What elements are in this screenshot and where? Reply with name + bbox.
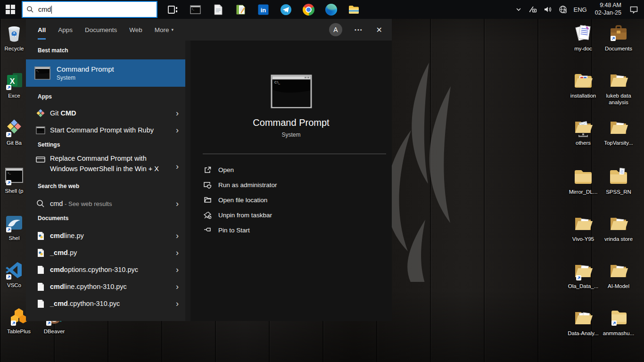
action-center-button[interactable] — [626, 0, 644, 19]
taskbar-search-input[interactable]: cmd — [22, 1, 157, 18]
desktop-icon-excel[interactable]: X Exce — [0, 70, 28, 99]
folder-with-document-icon — [608, 166, 629, 188]
action-unpin-from-taskbar[interactable]: Unpin from taskbar — [203, 207, 382, 222]
chevron-right-icon[interactable]: › — [176, 231, 179, 240]
close-icon[interactable]: ✕ — [376, 25, 382, 34]
tray-network-button[interactable] — [555, 0, 570, 19]
result-cmdline-pyc[interactable]: cmdline.cpython-310.pyc › — [26, 278, 185, 295]
folder-shared-icon — [572, 117, 594, 139]
tab-all[interactable]: All — [38, 19, 46, 41]
taskbar-cmd-button[interactable]: >_ — [184, 0, 206, 19]
section-header-documents: Documents — [38, 215, 68, 222]
windows-logo-icon — [6, 5, 15, 14]
result-cmd-with-ruby[interactable]: Start Command Prompt with Ruby › — [26, 122, 185, 139]
tab-more[interactable]: More▾ — [155, 19, 173, 41]
desktop-icon-installation[interactable]: installation — [564, 70, 602, 99]
desktop-icon-others[interactable]: others — [564, 117, 602, 147]
account-avatar[interactable]: A — [329, 23, 342, 36]
file-explorer-icon — [348, 4, 360, 16]
results-scrollbar-gutter[interactable] — [185, 41, 190, 321]
chevron-right-icon[interactable]: › — [176, 265, 179, 274]
result-cmd-pyc[interactable]: _cmd.cpython-310.pyc › — [26, 295, 185, 312]
linkedin-icon: in — [257, 4, 269, 16]
result-cmdline-py[interactable]: cmdline.py › — [26, 227, 185, 244]
task-view-button[interactable] — [161, 0, 184, 19]
taskbar-file-explorer-button[interactable] — [342, 0, 365, 19]
tray-pen-button[interactable] — [525, 0, 540, 19]
taskbar-chrome-button[interactable] — [297, 0, 320, 19]
result-best-match-command-prompt[interactable]: >_ Command Prompt System — [26, 59, 185, 87]
tab-documents[interactable]: Documents — [85, 19, 117, 41]
vscode-icon — [3, 259, 25, 281]
taskbar-telegram-button[interactable] — [274, 0, 297, 19]
action-pin-to-start[interactable]: Pin to Start — [203, 222, 382, 238]
desktop-icon-mysql-shell[interactable]: Shel — [0, 212, 28, 242]
telegram-icon — [280, 4, 292, 16]
svg-text:C:\_: C:\_ — [274, 81, 280, 84]
taskbar-linkedin-button[interactable]: in — [252, 0, 274, 19]
folder-open-image-icon — [608, 213, 629, 235]
chevron-right-icon[interactable]: › — [176, 282, 179, 291]
chevron-right-icon[interactable]: › — [176, 109, 179, 117]
desktop-icon-ai-model[interactable]: AI-Model — [600, 260, 637, 290]
result-web-cmd[interactable]: cmd - See web results › — [26, 195, 185, 212]
taskbar-edge-button[interactable] — [320, 0, 342, 19]
desktop-icon-ola-data[interactable]: PDF Ola_Data_... — [564, 260, 602, 290]
task-view-icon — [167, 4, 179, 16]
chevron-right-icon[interactable]: › — [176, 299, 179, 308]
desktop-icon-vrinda-store[interactable]: vrinda store — [600, 213, 637, 243]
best-match-subtitle: System — [57, 74, 114, 81]
preview-title: Command Prompt — [190, 117, 392, 128]
result-cmd-py[interactable]: _cmd.py › — [26, 244, 185, 261]
action-center-icon — [629, 6, 638, 14]
tray-date: 02-Jan-25 — [595, 9, 621, 17]
window-settings-icon — [35, 156, 46, 163]
taskbar-notepad-button[interactable] — [229, 0, 252, 19]
result-git-cmd[interactable]: Git CMD › — [26, 105, 185, 122]
file-icon — [35, 265, 46, 274]
mysql-shell-icon — [3, 212, 25, 234]
desktop-icon-vivo-y95[interactable]: Vivo-Y95 — [564, 213, 602, 243]
cmd-window-icon: >_ — [3, 165, 25, 187]
desktop-icon-my-doc[interactable]: my-doc — [564, 23, 602, 52]
desktop-icon-git-bash[interactable]: Git Ba — [0, 117, 28, 147]
desktop-icon-anmmashu[interactable]: anmmashu... — [600, 307, 637, 337]
desktop-icon-topvarsity[interactable]: TopVarsity... — [600, 117, 637, 147]
options-ellipsis-button[interactable]: ••• — [355, 27, 363, 33]
result-replace-cmd-powershell[interactable]: Replace Command Prompt with Windows Powe… — [26, 154, 185, 179]
command-prompt-icon: >_ — [190, 4, 201, 16]
chevron-right-icon[interactable]: › — [176, 162, 179, 171]
action-open[interactable]: Open — [203, 162, 382, 177]
admin-shield-icon — [203, 181, 212, 189]
desktop-icon-vscode[interactable]: VSCo — [0, 259, 28, 289]
desktop-icon-documents[interactable]: Documents — [600, 23, 637, 52]
desktop-icon-mirror-dl[interactable]: Mirror_DL... — [564, 166, 602, 196]
desktop-icon-recycle-bin[interactable]: Recycle — [0, 23, 28, 52]
tab-web[interactable]: Web — [129, 19, 142, 41]
tray-clock[interactable]: 9:48 AM 02-Jan-25 — [590, 2, 626, 16]
action-run-as-administrator[interactable]: Run as administrator — [203, 177, 382, 192]
notepad-editor-icon — [235, 4, 247, 16]
taskbar-writer-button[interactable] — [206, 0, 229, 19]
python-file-icon — [35, 231, 46, 240]
folder-apps-icon — [572, 70, 594, 91]
tray-language-indicator[interactable]: ENG — [570, 0, 590, 19]
tray-volume-button[interactable] — [540, 0, 555, 19]
start-button[interactable] — [0, 0, 21, 19]
folder-shortcut-icon — [608, 307, 629, 329]
action-open-file-location[interactable]: Open file location — [203, 192, 382, 207]
desktop-icon-lukeb-data-analysis[interactable]: lukeb data analysis — [600, 70, 637, 106]
chevron-right-icon[interactable]: › — [176, 248, 179, 257]
desktop-icon-spss-rn[interactable]: SPSS_RN — [600, 166, 637, 196]
tray-chevron-button[interactable] — [512, 0, 525, 19]
unpin-icon — [203, 211, 212, 219]
chevron-right-icon[interactable]: › — [176, 199, 179, 208]
desktop-icon-data-analy[interactable]: Data-Analy... — [564, 307, 602, 337]
best-match-title: Command Prompt — [57, 65, 114, 73]
tab-apps[interactable]: Apps — [58, 19, 73, 41]
excel-icon: X — [3, 70, 25, 91]
desktop-icon-shell-prompt[interactable]: >_ Shell (p — [0, 165, 28, 195]
svg-text:X: X — [10, 77, 15, 85]
chevron-right-icon[interactable]: › — [176, 126, 179, 134]
result-cmdoptions-pyc[interactable]: cmdoptions.cpython-310.pyc › — [26, 261, 185, 278]
